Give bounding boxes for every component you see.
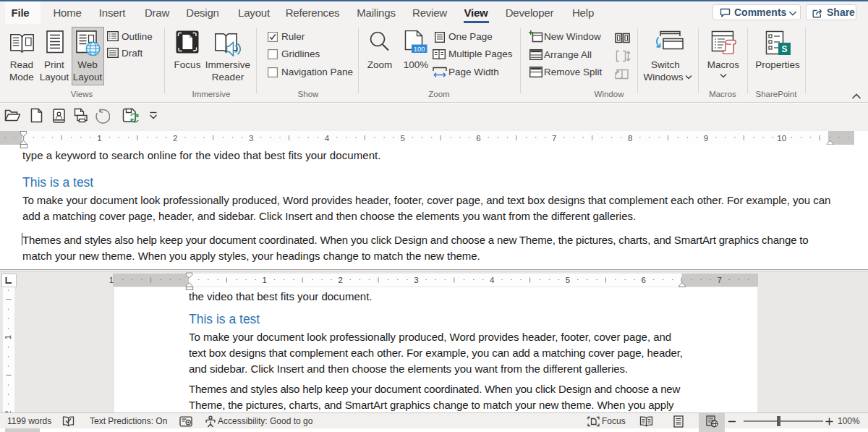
svg-text:7: 7 [552, 134, 556, 143]
svg-text:7: 7 [717, 276, 721, 284]
svg-text:4: 4 [490, 276, 495, 284]
svg-text:1: 1 [4, 335, 12, 339]
svg-text:8: 8 [628, 134, 632, 143]
svg-text:2: 2 [338, 276, 342, 284]
svg-text:3: 3 [414, 276, 418, 284]
svg-text:4: 4 [325, 134, 330, 143]
svg-text:100: 100 [414, 45, 425, 53]
svg-text:2: 2 [173, 134, 177, 143]
svg-text:10: 10 [777, 134, 786, 143]
svg-text:9: 9 [704, 134, 708, 143]
svg-text:5: 5 [566, 276, 570, 284]
svg-text:1: 1 [109, 276, 114, 284]
svg-text:6: 6 [642, 276, 646, 284]
svg-text:6: 6 [476, 134, 480, 143]
svg-text:1: 1 [263, 276, 267, 284]
svg-text:3: 3 [249, 134, 253, 143]
svg-text:1: 1 [97, 134, 101, 143]
svg-text:S: S [781, 44, 787, 54]
svg-text:5: 5 [400, 134, 404, 143]
